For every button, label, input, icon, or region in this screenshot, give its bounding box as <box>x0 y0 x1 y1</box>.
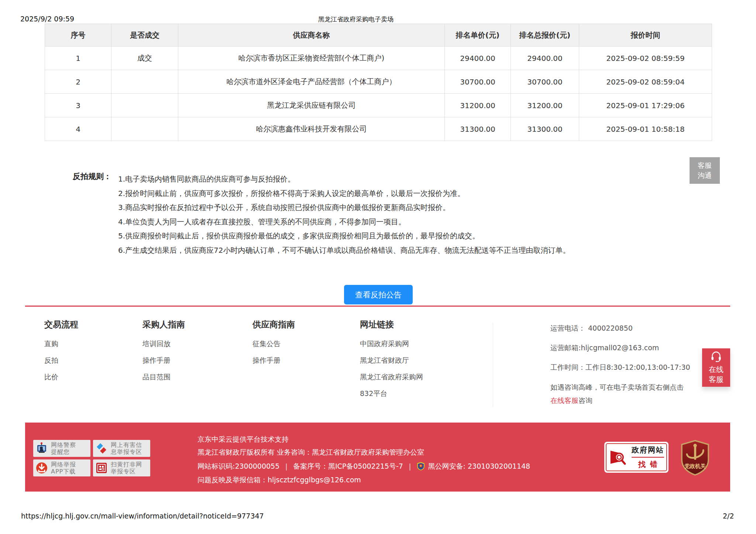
cell-deal-status <box>111 117 178 141</box>
rule-item: 2.报价时间截止前，供应商可多次报价，所报价格不得高于采购人设定的最高单价，以最… <box>118 186 642 201</box>
nav-link-832-platform[interactable]: 832平台 <box>360 390 423 397</box>
footer-tech-support-line: 京东中采云提供平台技术支持 <box>197 436 530 443</box>
footer-nav-column-url-links: 网址链接 中国政府采购网 黑龙江省财政厅 黑龙江省政府采购网 832平台 <box>360 320 423 407</box>
cell-total-price: 31300.00 <box>511 117 579 141</box>
report-app-download-icon <box>35 461 48 475</box>
badge-label: 网络警察 提醒您 <box>51 441 76 455</box>
col-header-quote-time: 报价时间 <box>579 24 712 46</box>
report-app-download-badge[interactable]: 网络举报 APP下载 <box>33 459 90 476</box>
cell-unit-price: 31200.00 <box>445 94 511 117</box>
nav-column-title: 采购人指南 <box>142 320 185 329</box>
harmful-info-report-badge[interactable]: 网上有害信 息举报专区 <box>93 440 150 457</box>
col-header-unit-price: 排名单价(元) <box>445 24 511 46</box>
icp-number: 备案序号：黑ICP备05002215号-7 <box>293 463 403 470</box>
contact-phone-line: 运营电话：4000220850 <box>550 325 724 332</box>
footer-registration-line: 网站标识码:2300000055 ｜ 备案序号：黑ICP备05002215号-7… <box>197 462 530 471</box>
cell-unit-price: 31300.00 <box>445 117 511 141</box>
cell-quote-time: 2025-09-01 17:29:06 <box>579 94 712 117</box>
party-gov-org-badge[interactable]: 党政机关 <box>680 440 711 476</box>
chat-button-label-line1: 客服 <box>698 161 712 170</box>
site-footer: 网络警察 提醒您 网上有害信 息举报专区 网络举报 APP下载 <box>25 423 730 492</box>
print-footer-url: https://hljcg.hlj.gov.cn/mall-view/infor… <box>21 512 264 520</box>
cell-supplier-name: 黑龙江龙采供应链有限公司 <box>178 94 445 117</box>
rule-item: 1.电子卖场内销售同款商品的供应商可参与反拍报价。 <box>118 172 642 186</box>
find-error-label-bottom: 找错 <box>632 459 664 469</box>
site-code: 网站标识码:2300000055 <box>197 463 279 470</box>
online-service-button[interactable]: 在线 客服 <box>702 348 730 387</box>
footer-vertical-divider <box>493 323 493 407</box>
table-header-row: 序号 是否成交 供应商名称 排名单价(元) 排名总报价(元) 报价时间 <box>45 24 712 46</box>
cell-supplier-name: 哈尔滨市香坊区正采物资经营部(个体工商户) <box>178 46 445 70</box>
rules-label: 反拍规则： <box>73 171 111 182</box>
contact-hours-label: 工作时间： <box>550 363 585 371</box>
public-security-emblem-icon <box>417 462 425 471</box>
table-row: 2 哈尔滨市道外区泽金电子产品经营部（个体工商户） 30700.00 30700… <box>45 70 712 94</box>
badge-label: 网络举报 APP下载 <box>51 461 76 475</box>
reg-divider: ｜ <box>406 463 413 470</box>
nav-link-collection-notice[interactable]: 征集公告 <box>252 340 295 347</box>
online-service-label: 在线 客服 <box>709 365 724 385</box>
footer-report-mailbox-line: 问题反映及举报信箱：hljscztzfcgglbgs@126.com <box>197 476 530 483</box>
nav-link-hlj-procurement[interactable]: 黑龙江省政府采购网 <box>360 373 423 380</box>
cell-unit-price: 30700.00 <box>445 70 511 94</box>
cell-unit-price: 29400.00 <box>445 46 511 70</box>
print-datetime: 2025/9/2 09:59 <box>20 15 74 23</box>
contact-phone-value: 4000220850 <box>588 324 633 332</box>
nav-link-hlj-finance[interactable]: 黑龙江省财政厅 <box>360 357 423 364</box>
nav-link-reverse-auction[interactable]: 反拍 <box>44 357 78 364</box>
cell-quote-time: 2025-09-01 10:58:18 <box>579 117 712 141</box>
cell-deal-status: 成交 <box>111 46 178 70</box>
rule-item: 4.单位负责人为同一人或者存在直接控股、管理关系的不同供应商，不得参加同一项目。 <box>118 215 642 229</box>
reg-divider: ｜ <box>283 463 290 470</box>
nav-link-training-replay[interactable]: 培训回放 <box>142 340 185 347</box>
nav-link-manual-supplier[interactable]: 操作手册 <box>252 357 295 364</box>
cell-quote-time: 2025-09-02 08:59:59 <box>579 46 712 70</box>
nav-link-manual-purchaser[interactable]: 操作手册 <box>142 357 185 364</box>
cell-index: 4 <box>45 117 111 141</box>
contact-hours-value: 工作日8:30-12:00,13:00-17:30 <box>585 363 690 371</box>
nav-column-title: 网址链接 <box>360 320 423 329</box>
online-service-link[interactable]: 在线客服 <box>550 396 578 404</box>
anti-piracy-report-icon <box>95 461 108 475</box>
cell-index: 3 <box>45 94 111 117</box>
table-row: 3 黑龙江龙采供应链有限公司 31200.00 31200.00 2025-09… <box>45 94 712 117</box>
customer-chat-button[interactable]: 客服 沟通 <box>690 157 720 184</box>
table-row: 4 哈尔滨惠鑫伟业科技开发有限公司 31300.00 31300.00 2025… <box>45 117 712 141</box>
nav-link-category-scope[interactable]: 品目范围 <box>142 373 185 380</box>
nav-link-direct-purchase[interactable]: 直购 <box>44 340 78 347</box>
cell-total-price: 30700.00 <box>511 70 579 94</box>
badge-label: 扫黄打非网 举报专区 <box>111 461 142 475</box>
party-gov-shield-icon: 党政机关 <box>680 440 711 476</box>
auction-rules-list: 1.电子卖场内销售同款商品的供应商可参与反拍报价。 2.报价时间截止前，供应商可… <box>118 172 642 258</box>
cyber-police-badge[interactable]: 网络警察 提醒您 <box>33 440 90 457</box>
psb-number: 黑公网安备: 23010302001148 <box>428 463 530 470</box>
cell-supplier-name: 哈尔滨惠鑫伟业科技开发有限公司 <box>178 117 445 141</box>
table-row: 1 成交 哈尔滨市香坊区正采物资经营部(个体工商户) 29400.00 2940… <box>45 46 712 70</box>
chat-button-label-line2: 沟通 <box>698 170 712 180</box>
nav-link-ccgp[interactable]: 中国政府采购网 <box>360 340 423 347</box>
cell-deal-status <box>111 94 178 117</box>
cell-index: 1 <box>45 46 111 70</box>
gov-site-find-error-badge[interactable]: 政府网站 找错 <box>604 442 669 473</box>
rule-item: 6.产生成交结果后，供应商应72小时内确认订单，不可不确认订单或以商品价格错误、… <box>118 243 642 258</box>
footer-copyright-line: 黑龙江省财政厅版权所有 业务咨询：黑龙江省财政厅政府采购管理办公室 <box>197 449 530 456</box>
contact-phone-label: 运营电话： <box>550 324 585 332</box>
view-auction-announcement-button[interactable]: 查看反拍公告 <box>344 285 413 304</box>
cell-total-price: 29400.00 <box>511 46 579 70</box>
footer-nav-column-supplier-guide: 供应商指南 征集公告 操作手册 <box>252 320 295 373</box>
anti-piracy-report-badge[interactable]: 扫黄打非网 举报专区 <box>93 459 150 476</box>
nav-link-price-compare[interactable]: 比价 <box>44 373 78 380</box>
cell-total-price: 31200.00 <box>511 94 579 117</box>
contact-notice-line2: 在线客服咨询 <box>550 394 724 407</box>
online-service-label-line2: 客服 <box>709 375 724 385</box>
nav-column-title: 交易流程 <box>44 320 78 329</box>
cell-quote-time: 2025-09-02 08:59:04 <box>579 70 712 94</box>
contact-info-block: 运营电话：4000220850 运营邮箱:hljcgmall02@163.com… <box>550 325 724 407</box>
cell-index: 2 <box>45 70 111 94</box>
col-header-supplier-name: 供应商名称 <box>178 24 445 46</box>
footer-nav-column-trade-process: 交易流程 直购 反拍 比价 <box>44 320 78 390</box>
harmful-info-report-icon <box>95 442 108 455</box>
print-page: 2025/9/2 09:59 黑龙江省政府采购电子卖场 序号 是否成交 供应商名… <box>0 0 756 534</box>
contact-hours-line: 工作时间：工作日8:30-12:00,13:00-17:30 <box>550 364 724 371</box>
footer-legal-text: 京东中采云提供平台技术支持 黑龙江省财政厅版权所有 业务咨询：黑龙江省财政厅政府… <box>197 436 530 489</box>
